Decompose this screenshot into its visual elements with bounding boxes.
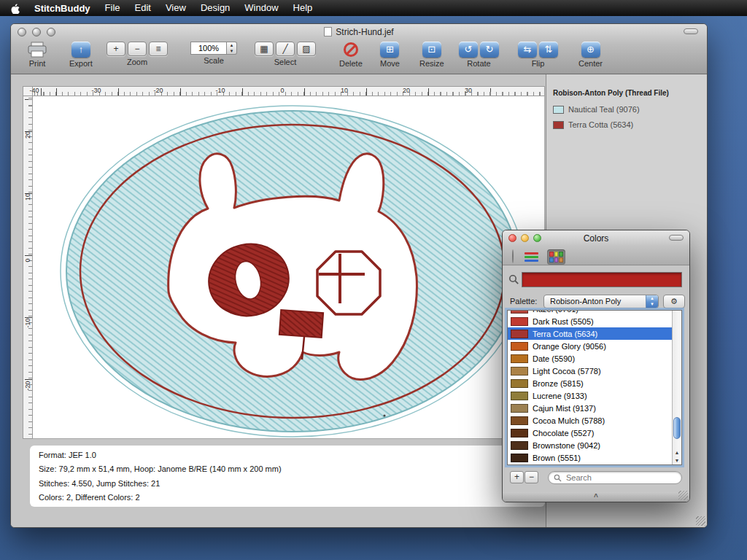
embroidery-canvas[interactable] [33,96,545,439]
current-color-well[interactable] [522,272,682,287]
palette-color-row[interactable]: Brownstone (9042) [508,439,672,451]
window-resize-grip[interactable] [696,516,705,526]
rotate-right-button[interactable]: ↻ [480,42,499,58]
collapse-arrow-icon[interactable]: ^ [594,493,598,502]
delete-button[interactable]: Delete [339,42,363,68]
select-wand-button[interactable]: ╱ [276,42,295,56]
center-button[interactable]: ⊕ Center [578,42,603,68]
flip-vertical-button[interactable]: ⇅ [539,42,558,58]
flip-horizontal-button[interactable]: ⇆ [518,42,537,58]
color-name: Hazel (9761) [533,310,578,314]
scale-input[interactable] [190,42,227,55]
ruler-label-v: -20 [24,378,31,393]
move-button[interactable]: ⊞ Move [380,42,400,68]
add-color-button[interactable]: + [510,471,524,483]
scrollbar-thumb[interactable] [673,417,681,439]
ruler-label-h: 10 [341,87,348,94]
scale-stepper[interactable]: ▲▼ [227,42,237,55]
menu-design[interactable]: Design [193,0,237,16]
ruler-label-h: -40 [29,87,39,94]
select-marquee-button[interactable]: ▦ [255,42,274,56]
palette-color-row[interactable]: Date (5590) [508,352,672,365]
color-name: Cocoa Mulch (5788) [533,416,605,425]
select-brush-button[interactable]: ▨ [297,42,316,56]
zoom-in-button[interactable]: + [107,42,125,56]
scale-label: Scale [204,56,224,65]
resize-button[interactable]: ⊡ Resize [419,42,444,68]
color-name: Brownstone (9042) [533,441,600,450]
palette-color-row[interactable]: Bronze (5815) [508,377,672,389]
color-wheel-tab[interactable] [510,248,516,265]
palette-color-row[interactable]: Orange Glory (9056) [508,340,672,352]
remove-color-button[interactable]: − [525,471,538,483]
palette-color-row[interactable]: Lucrene (9133) [508,389,672,402]
thread-item[interactable]: Terra Cotta (5634) [553,120,633,129]
list-scrollbar[interactable]: ▲ ▼ [672,311,681,464]
print-button[interactable]: Print [27,42,47,68]
toolbar-toggle-pill[interactable] [669,235,684,241]
menu-edit[interactable]: Edit [128,0,158,16]
flip-group: ⇆ ⇅ Flip [518,42,558,68]
apple-menu-icon[interactable] [10,3,20,14]
info-size: Size: 79,2 mm x 51,4 mm, Hoop: Janome B/… [39,464,536,473]
embroidery-design[interactable] [33,96,545,439]
palette-color-list[interactable]: Hazel (9761) Dark Rust (5505) Terra Cott… [507,310,682,465]
colors-resize-grip[interactable] [678,491,688,500]
desktop: StitchBuddy File Edit View Design Window… [0,0,747,560]
ruler-label-v: -10 [24,316,31,330]
color-swatch [511,392,528,400]
colors-window-chrome[interactable]: Colors [503,230,689,265]
palette-icon [549,252,563,262]
menu-help[interactable]: Help [286,0,320,16]
palette-color-row[interactable]: Dark Rust (5505) [508,315,672,327]
color-name: Bronze (5815) [533,379,584,388]
colors-window: Colors Palette: Robison-Anton Poly ▲▼ ⚙ [502,230,690,502]
colors-window-title: Colors [503,233,689,244]
scroll-down-arrow[interactable]: ▼ [673,456,681,464]
ruler-label-h: 30 [465,87,472,94]
menu-window[interactable]: Window [237,0,285,16]
export-button[interactable]: ↑ Export [69,42,93,68]
sliders-icon [525,252,538,262]
palette-color-row[interactable]: Hazel (9761) [508,310,672,315]
color-swatch [511,367,528,376]
palette-color-row[interactable]: Brown (5551) [508,451,672,464]
color-sliders-tab[interactable] [522,249,541,265]
info-format: Format: JEF 1.0 [39,451,536,459]
move-icon: ⊞ [380,42,399,58]
color-name: Lucrene (9133) [533,392,587,400]
color-name: Light Cocoa (5778) [533,367,601,376]
palette-color-row[interactable]: Light Cocoa (5778) [508,365,672,377]
palette-color-row[interactable]: Chocolate (5527) [508,427,672,439]
color-name: Chocolate (5527) [533,429,594,438]
zoom-fit-button[interactable]: ≡ [149,42,168,56]
menu-app-name[interactable]: StitchBuddy [27,3,98,14]
center-label: Center [578,59,603,68]
color-search-input[interactable] [548,471,682,484]
palette-label: Palette: [510,297,537,306]
toolbar-toggle-pill[interactable] [684,28,698,34]
window-chrome[interactable]: Strich-Hund.jef Print ↑ Export + − [11,24,707,74]
palette-popup[interactable]: Robison-Anton Poly ▲▼ [543,295,659,308]
palette-color-row-selected[interactable]: Terra Cotta (5634) [508,327,672,340]
ruler-label-h: -30 [91,87,101,94]
ruler-label-h: 20 [403,87,410,94]
menu-bar: StitchBuddy File Edit View Design Window… [0,0,747,16]
thread-swatch [553,121,564,129]
menu-view[interactable]: View [158,0,193,16]
ruler-label-v: 0 [24,253,31,268]
scroll-up-arrow[interactable]: ▲ [673,448,681,456]
zoom-out-button[interactable]: − [128,42,147,56]
color-palettes-tab[interactable] [547,249,565,265]
export-label: Export [69,59,93,68]
menu-file[interactable]: File [98,0,128,16]
rotate-left-button[interactable]: ↺ [459,42,478,58]
palette-action-button[interactable]: ⚙ [663,295,685,308]
color-name: Terra Cotta (5634) [533,330,597,338]
thread-item[interactable]: Nautical Teal (9076) [553,105,640,114]
scale-group: ▲▼ Scale [190,42,237,65]
palette-color-row[interactable]: Cajun Mist (9137) [508,402,672,414]
rotate-label: Rotate [467,59,490,68]
palette-color-row[interactable]: Cocoa Mulch (5788) [508,414,672,427]
ruler-label-v: 10 [24,190,31,204]
